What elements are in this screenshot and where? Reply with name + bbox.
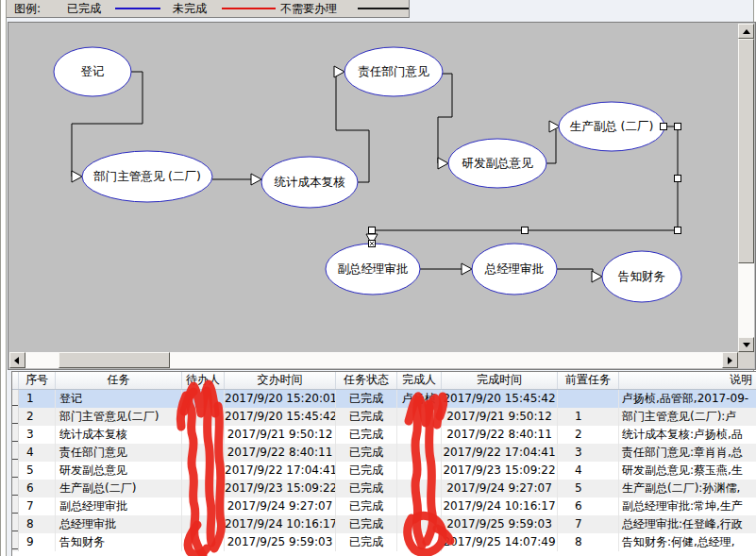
cell-task: 总经理审批	[56, 515, 182, 533]
row-marker-icon	[12, 513, 18, 514]
flow-node-label-shengchan-fuzong: 生产副总 (二厂)	[570, 119, 654, 133]
connector-handle[interactable]	[661, 124, 667, 130]
column-header-completer[interactable]: 完成人	[397, 372, 442, 389]
cell-assign_time: 2017/9/20 15:45:42	[225, 408, 336, 426]
flow-horizontal-scrollbar[interactable]	[9, 352, 738, 368]
row-header-cell[interactable]	[12, 497, 19, 515]
connector-handle[interactable]	[675, 227, 681, 234]
connector-handle[interactable]	[522, 227, 529, 234]
legend-title: 图例:	[14, 1, 41, 16]
row-header-column-header	[12, 372, 19, 389]
column-header-note[interactable]: 说明	[619, 372, 756, 389]
workflow-window: { "legend": { "title": "图例:", "items": […	[0, 0, 756, 556]
flow-node-label-tongji-chengben: 统计成本复核	[275, 175, 346, 189]
cell-complete_time: 2017/9/22 17:04:41	[442, 444, 558, 462]
flow-connector-e5[interactable]	[546, 129, 556, 163]
cell-note: 研发副总意见:蔡玉燕,生	[619, 462, 756, 480]
row-header-cell[interactable]	[12, 408, 19, 426]
table-row-2[interactable]: 2部门主管意见(二厂)2017/9/20 15:45:42已完成2017/9/2…	[12, 408, 756, 426]
legend-bar: 图例: 已完成 未完成 不需要办理	[7, 0, 410, 18]
legend-line-incomplete	[222, 8, 276, 9]
connector-handle[interactable]	[675, 124, 681, 130]
row-header-cell[interactable]	[12, 426, 19, 444]
flowchart-canvas[interactable]: 登记部门主管意见 (二厂)统计成本复核责任部门意见研发副总意见生产副总 (二厂)…	[9, 24, 738, 352]
arrowhead-icon	[334, 66, 344, 77]
scroll-right-button[interactable]	[722, 352, 738, 368]
cell-pre	[558, 390, 619, 408]
cell-task: 告知财务	[56, 533, 182, 551]
table-row-6[interactable]: 6生产副总(二厂)2017/9/23 15:09:22已完成2017/9/24 …	[12, 480, 756, 497]
cell-completer	[397, 426, 442, 444]
table-row-1[interactable]: 1登记2017/9/20 15:20:01已完成卢扬桢2017/9/20 15:…	[12, 390, 756, 408]
cell-task: 登记	[56, 390, 182, 408]
table-row-8[interactable]: 8总经理审批2017/9/24 10:16:17已完成2017/9/25 9:5…	[12, 515, 756, 533]
flow-node-label-fuzong-jingli: 副总经理审批	[338, 261, 409, 276]
column-header-assign_time[interactable]: 交办时间	[225, 372, 336, 389]
row-header-cell[interactable]	[12, 515, 19, 533]
arrowhead-icon	[549, 121, 560, 132]
table-row-3[interactable]: 3统计成本复核2017/9/21 9:50:12已完成2017/9/22 8:4…	[12, 426, 756, 444]
vertical-scroll-thumb[interactable]	[738, 39, 754, 263]
cell-assign_time: 2017/9/23 15:09:22	[225, 480, 336, 497]
cell-task: 副总经理审批	[56, 497, 182, 515]
cell-pre: 4	[558, 462, 619, 480]
legend-item-not-required: 不需要办理	[280, 1, 337, 16]
column-header-status[interactable]: 任务状态	[336, 372, 397, 389]
cell-note: 责任部门意见:章肖肖,总	[619, 444, 756, 462]
task-table: 序号任务待办人交办时间任务状态完成人完成时间前置任务说明 1登记2017/9/2…	[11, 371, 756, 556]
cell-complete_time: 2017/9/23 15:09:22	[442, 462, 558, 480]
cell-pre: 3	[558, 444, 619, 462]
cell-complete_time: 2017/9/20 15:45:42	[442, 390, 558, 408]
cell-note: 统计成本复核:卢扬桢,品	[619, 426, 756, 444]
legend-item-completed: 已完成	[67, 1, 101, 16]
row-header-cell[interactable]	[12, 444, 19, 462]
scroll-down-button[interactable]	[738, 337, 754, 352]
cell-complete_time: 2017/9/25 14:07:49	[442, 533, 558, 551]
table-row-4[interactable]: 4责任部门意见2017/9/22 8:40:11已完成2017/9/22 17:…	[12, 444, 756, 462]
cell-completer: 卢扬桢	[397, 390, 442, 408]
arrowhead-icon	[251, 174, 261, 185]
cell-task: 责任部门意见	[56, 444, 182, 462]
cell-complete_time: 2017/9/24 9:27:07	[442, 480, 558, 497]
horizontal-scroll-thumb[interactable]	[59, 352, 170, 368]
row-header-cell[interactable]	[12, 390, 19, 408]
cell-pre: 2	[558, 426, 619, 444]
cell-status: 已完成	[336, 533, 397, 551]
row-header-cell[interactable]	[12, 480, 19, 497]
row-marker-icon	[12, 531, 18, 531]
flow-vertical-scrollbar[interactable]	[738, 24, 754, 352]
cell-complete_time: 2017/9/22 8:40:11	[442, 426, 558, 444]
row-marker-icon	[12, 441, 18, 442]
cell-assignee	[182, 497, 225, 515]
scroll-up-button[interactable]	[738, 24, 754, 39]
cell-status: 已完成	[336, 480, 397, 497]
flow-node-label-bumen-zhuguan: 部门主管意见 (二厂)	[92, 169, 201, 183]
table-row-9[interactable]: 9告知财务2017/9/25 9:59:03已完成2017/9/25 14:07…	[12, 533, 756, 551]
connector-handle[interactable]	[369, 227, 376, 234]
column-header-complete_time[interactable]: 完成时间	[442, 372, 558, 389]
cell-note: 告知财务:何健,总经理,	[619, 533, 756, 551]
cell-assignee	[182, 480, 225, 497]
cell-assign_time: 2017/9/24 10:16:17	[225, 515, 336, 533]
row-marker-icon	[12, 405, 18, 406]
down-arrow-icon	[743, 343, 750, 347]
table-row-5[interactable]: 5研发副总意见2017/9/22 17:04:41已完成2017/9/23 15…	[12, 462, 756, 480]
cell-seq: 9	[19, 533, 56, 551]
row-marker-icon	[12, 495, 18, 496]
column-header-assignee[interactable]: 待办人	[182, 372, 225, 389]
arrowhead-icon	[592, 271, 602, 282]
cell-note: 总经理审批:任登峰,行政	[619, 515, 756, 533]
scroll-left-button[interactable]	[9, 352, 25, 368]
flow-connector-e4[interactable]	[438, 74, 452, 163]
legend-line-not-required	[358, 8, 410, 9]
row-marker-icon	[12, 548, 18, 549]
column-header-task[interactable]: 任务	[56, 372, 182, 389]
column-header-seq[interactable]: 序号	[19, 372, 56, 389]
flow-connector-e8[interactable]	[557, 269, 593, 277]
column-header-pre[interactable]: 前置任务	[558, 372, 619, 389]
table-row-7[interactable]: 7副总经理审批2017/9/24 9:27:07已完成2017/9/24 10:…	[12, 497, 756, 515]
row-header-cell[interactable]	[12, 533, 19, 551]
flow-node-label-gaozhi-caiwu: 告知财务	[618, 269, 665, 283]
connector-handle[interactable]	[675, 176, 681, 182]
row-header-cell[interactable]	[12, 462, 19, 480]
